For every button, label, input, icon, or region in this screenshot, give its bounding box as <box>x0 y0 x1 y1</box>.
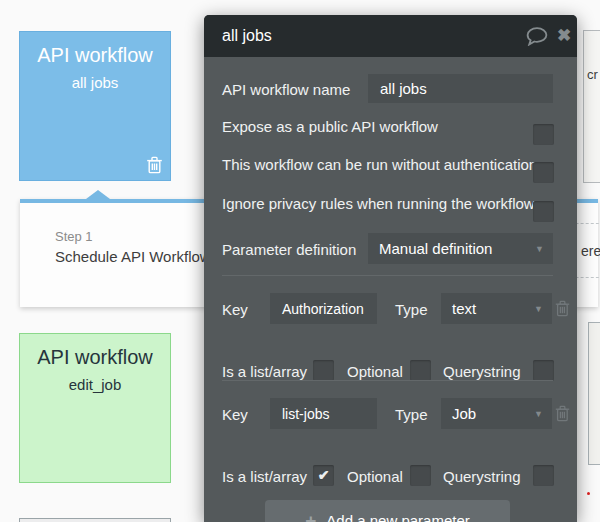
workflow-name-input[interactable]: all jobs <box>368 74 553 103</box>
chevron-down-icon: ▼ <box>535 244 544 254</box>
comment-icon[interactable] <box>526 27 548 46</box>
step-number-label: Step 1 <box>55 229 223 244</box>
ignore-privacy-label: Ignore privacy rules when running the wo… <box>222 195 535 212</box>
param2-optional-checkbox[interactable] <box>410 465 431 486</box>
param1-type-label: Type <box>395 301 428 318</box>
param2-type-dropdown[interactable]: Job ▼ <box>441 398 552 429</box>
workflow-card-subtitle: edit_job <box>20 376 170 393</box>
workflow-card-title: API workflow <box>20 346 170 369</box>
param2-querystring-checkbox[interactable] <box>533 465 554 486</box>
chevron-down-icon: ▼ <box>534 304 543 314</box>
expose-public-checkbox[interactable] <box>533 124 554 145</box>
dialog-title: all jobs <box>222 15 272 57</box>
param2-key-label: Key <box>222 406 248 423</box>
param1-optional-checkbox[interactable] <box>410 360 431 381</box>
ignore-privacy-checkbox[interactable] <box>533 201 554 222</box>
param2-optional-label: Optional <box>347 468 403 485</box>
no-auth-label: This workflow can be run without authent… <box>222 156 537 173</box>
add-action-placeholder-text: ere <box>581 243 600 259</box>
param1-trash-icon[interactable] <box>555 300 570 317</box>
workflow-card-all-jobs[interactable]: API workflow all jobs <box>19 31 171 181</box>
param1-optional-label: Optional <box>347 363 403 380</box>
param1-list-label: Is a list/array <box>222 363 307 380</box>
issue-marker-dot <box>587 492 590 495</box>
background-card-fragment-middle[interactable] <box>588 322 600 465</box>
param2-list-checkbox[interactable]: ✔ <box>313 465 334 486</box>
param1-key-label: Key <box>222 301 248 318</box>
workflow-canvas: API workflow all jobs Step 1 Schedule AP… <box>0 0 600 522</box>
param-definition-dropdown[interactable]: Manual definition ▼ <box>368 233 553 264</box>
property-editor-dialog: all jobs ✖ API workflow name all jobs Ex… <box>204 15 577 522</box>
param2-list-label: Is a list/array <box>222 468 307 485</box>
workflow-card-title: API workflow <box>20 44 170 67</box>
param2-querystring-label: Querystring <box>443 468 521 485</box>
background-card-fragment-top[interactable]: cr <box>583 30 600 183</box>
divider <box>222 380 553 381</box>
trash-icon[interactable] <box>146 156 163 174</box>
param1-list-checkbox[interactable] <box>313 360 334 381</box>
background-card-fragment-bottom[interactable] <box>19 518 171 522</box>
param2-trash-icon[interactable] <box>555 405 570 422</box>
param1-querystring-checkbox[interactable] <box>533 360 554 381</box>
background-card-fragment-text: cr <box>587 67 598 82</box>
workflow-card-subtitle: all jobs <box>20 74 170 91</box>
no-auth-checkbox[interactable] <box>533 162 554 183</box>
param2-key-input[interactable]: list-jobs <box>270 398 377 429</box>
plus-icon: + <box>305 511 316 522</box>
expose-public-label: Expose as a public API workflow <box>222 118 438 135</box>
param2-type-label: Type <box>395 406 428 423</box>
chevron-down-icon: ▼ <box>534 409 543 419</box>
param1-querystring-label: Querystring <box>443 363 521 380</box>
param-definition-label: Parameter definition <box>222 241 356 258</box>
divider <box>222 275 553 276</box>
step-title: Schedule API Workflow o <box>55 248 223 265</box>
add-parameter-button[interactable]: + Add a new parameter <box>265 500 510 522</box>
param1-key-input[interactable]: Authorization <box>270 293 377 324</box>
close-icon[interactable]: ✖ <box>552 15 576 57</box>
param1-type-dropdown[interactable]: text ▼ <box>441 293 552 324</box>
workflow-card-edit-job[interactable]: API workflow edit_job <box>19 333 171 483</box>
workflow-name-label: API workflow name <box>222 81 350 98</box>
dialog-header[interactable]: all jobs ✖ <box>204 15 577 57</box>
step-card-arrow-icon <box>86 190 110 199</box>
